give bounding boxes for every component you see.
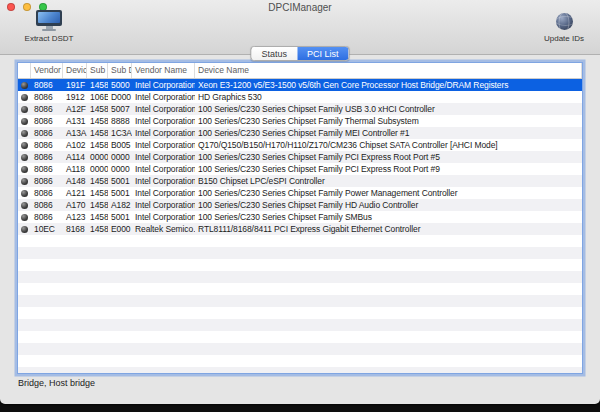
cell-device: A131 (63, 116, 87, 126)
column-header-Sub D...[interactable]: Sub D... (108, 63, 132, 78)
cell-device_name: 100 Series/C230 Series Chipset Family Po… (195, 188, 582, 198)
cell-device_name: 100 Series/C230 Series Chipset Family PC… (195, 164, 582, 174)
cell-sub_vendor: 0000 (87, 152, 108, 162)
table-row[interactable]: 8086A1021458B005Intel CorporationQ170/Q1… (18, 139, 582, 151)
column-header-icon[interactable] (18, 63, 31, 78)
cell-sub_device: A182 (108, 200, 132, 210)
table-row[interactable]: 80861912106BD000Intel CorporationHD Grap… (18, 91, 582, 103)
globe-icon (556, 10, 573, 32)
cell-device_name: 100 Series/C230 Series Chipset Family Th… (195, 116, 582, 126)
cell-device: A121 (63, 188, 87, 198)
cell-sub_device: E000 (108, 224, 132, 234)
cell-sub_vendor: 1458 (87, 104, 108, 114)
cell-device_name: Q170/Q150/B150/H170/H110/Z170/CM236 Chip… (195, 140, 582, 150)
cell-device_name: 100 Series/C230 Series Chipset Family HD… (195, 200, 582, 210)
column-header-Sub V...[interactable]: Sub V... (87, 63, 108, 78)
cell-vendor: 8086 (31, 104, 63, 114)
table-row[interactable]: 10EC81681458E000Realtek Semico...RTL8111… (18, 223, 582, 235)
table-filler-row (18, 247, 582, 259)
desktop: DPCIManager Extract DSDT ⚙ Repair (0, 0, 600, 412)
dpcimanager-window: DPCIManager Extract DSDT ⚙ Repair (0, 0, 600, 404)
update-ids-button[interactable]: Update IDs (536, 10, 592, 43)
table-row[interactable]: 8086A12314585001Intel Corporation100 Ser… (18, 211, 582, 223)
column-header-Device[interactable]: Device (63, 63, 87, 78)
cell-device: 8168 (63, 224, 87, 234)
cell-device: 1912 (63, 92, 87, 102)
cell-vendor_name: Intel Corporation (132, 104, 195, 114)
table-filler-row (18, 307, 582, 319)
toolbar-center-group: ⚙ Repair Perms ⚙ Rebuild Cache Install K… (0, 0, 300, 33)
cell-sub_device: 8888 (108, 116, 132, 126)
cell-sub_device: 5001 (108, 212, 132, 222)
cell-vendor: 8086 (31, 176, 63, 186)
cell-vendor: 8086 (31, 80, 63, 90)
cell-device_name: 100 Series/C230 Series Chipset Family US… (195, 104, 582, 114)
table-header: VendorDeviceSub V...Sub D...Vendor NameD… (18, 63, 582, 79)
cell-device_name: B150 Chipset LPC/eSPI Controller (195, 176, 582, 186)
cell-sub_vendor: 1458 (87, 224, 108, 234)
cell-vendor: 8086 (31, 140, 63, 150)
cell-device: A170 (63, 200, 87, 210)
tab-status[interactable]: Status (251, 47, 297, 60)
cell-vendor_name: Intel Corporation (132, 176, 195, 186)
cell-device_name: HD Graphics 530 (195, 92, 582, 102)
table-row[interactable]: 8086A11800000000Intel Corporation100 Ser… (18, 163, 582, 175)
cell-device: A12F (63, 104, 87, 114)
cell-device_name: RTL8111/8168/8411 PCI Express Gigabit Et… (195, 224, 582, 234)
table-row[interactable]: 8086A12114585001Intel Corporation100 Ser… (18, 187, 582, 199)
table-row[interactable]: 8086191F14585000Intel CorporationXeon E3… (18, 79, 582, 91)
table-filler-row (18, 355, 582, 367)
cell-sub_device: 5001 (108, 176, 132, 186)
cell-device: A13A (63, 128, 87, 138)
cell-sub_device: D000 (108, 92, 132, 102)
cell-sub_vendor: 1458 (87, 212, 108, 222)
table-row[interactable]: 8086A13A14581C3AIntel Corporation100 Ser… (18, 127, 582, 139)
table-row[interactable]: 8086A11400000000Intel Corporation100 Ser… (18, 151, 582, 163)
cell-sub_vendor: 106B (87, 92, 108, 102)
cell-device: A102 (63, 140, 87, 150)
table-row[interactable]: 8086A1701458A182Intel Corporation100 Ser… (18, 199, 582, 211)
cell-vendor: 8086 (31, 116, 63, 126)
cell-sub_device: B005 (108, 140, 132, 150)
cell-vendor: 8086 (31, 188, 63, 198)
column-header-Vendor Name[interactable]: Vendor Name (132, 63, 195, 78)
tab-pci-list[interactable]: PCI List (297, 47, 349, 60)
table-filler-row (18, 319, 582, 331)
table-filler-row (18, 259, 582, 271)
table-filler-row (18, 283, 582, 295)
cell-vendor_name: Intel Corporation (132, 152, 195, 162)
cell-vendor: 8086 (31, 200, 63, 210)
cell-vendor: 8086 (31, 152, 63, 162)
cell-vendor_name: Intel Corporation (132, 116, 195, 126)
cell-sub_vendor: 1458 (87, 116, 108, 126)
table-row[interactable]: 8086A13114588888Intel Corporation100 Ser… (18, 115, 582, 127)
cell-vendor_name: Intel Corporation (132, 92, 195, 102)
pci-table: VendorDeviceSub V...Sub D...Vendor NameD… (17, 62, 583, 374)
column-header-Device Name[interactable]: Device Name (195, 63, 582, 78)
cell-vendor_name: Realtek Semico... (132, 224, 195, 234)
device-dot-icon (18, 142, 31, 149)
table-filler-row (18, 343, 582, 355)
cell-vendor_name: Intel Corporation (132, 164, 195, 174)
device-dot-icon (18, 226, 31, 233)
view-tabs: Status PCI List (250, 46, 349, 61)
table-filler-row (18, 271, 582, 283)
cell-vendor: 8086 (31, 212, 63, 222)
table-row[interactable]: 8086A12F14585007Intel Corporation100 Ser… (18, 103, 582, 115)
cell-device: A114 (63, 152, 87, 162)
table-filler-row (18, 295, 582, 307)
cell-device_name: 100 Series/C230 Series Chipset Family ME… (195, 128, 582, 138)
device-dot-icon (18, 106, 31, 113)
cell-vendor_name: Intel Corporation (132, 80, 195, 90)
column-header-Vendor[interactable]: Vendor (31, 63, 63, 78)
device-dot-icon (18, 178, 31, 185)
cell-vendor_name: Intel Corporation (132, 188, 195, 198)
cell-device: A118 (63, 164, 87, 174)
table-row[interactable]: 8086A14814585001Intel CorporationB150 Ch… (18, 175, 582, 187)
table-filler-row (18, 235, 582, 247)
cell-vendor_name: Intel Corporation (132, 200, 195, 210)
cell-sub_vendor: 1458 (87, 188, 108, 198)
cell-sub_device: 0000 (108, 164, 132, 174)
cell-device: A123 (63, 212, 87, 222)
cell-vendor: 10EC (31, 224, 63, 234)
